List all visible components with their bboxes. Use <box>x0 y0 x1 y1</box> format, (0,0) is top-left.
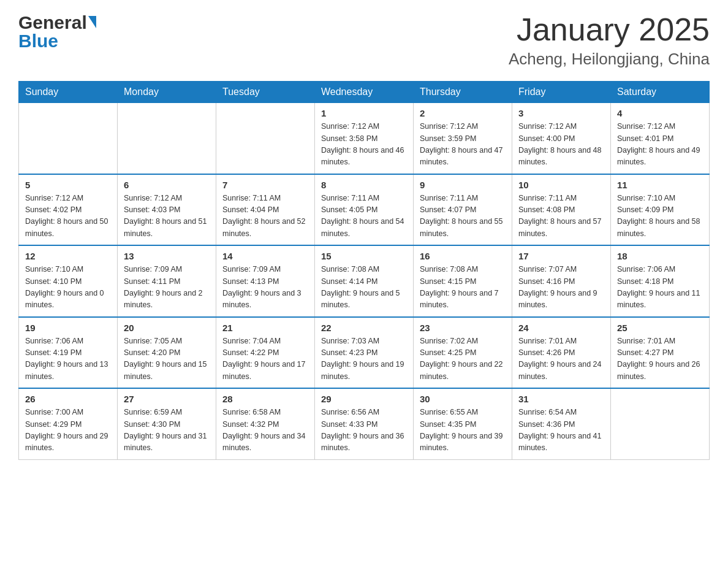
calendar-day-cell: 8Sunrise: 7:11 AM Sunset: 4:05 PM Daylig… <box>315 174 414 246</box>
calendar-week-row: 12Sunrise: 7:10 AM Sunset: 4:10 PM Dayli… <box>19 245 710 317</box>
day-number: 16 <box>420 251 506 261</box>
logo: General Blue <box>18 12 96 52</box>
day-number: 26 <box>25 394 111 404</box>
day-number: 28 <box>222 394 308 404</box>
day-number: 22 <box>321 323 407 333</box>
calendar-header-row: SundayMondayTuesdayWednesdayThursdayFrid… <box>19 82 710 103</box>
calendar-day-cell: 11Sunrise: 7:10 AM Sunset: 4:09 PM Dayli… <box>611 174 710 246</box>
day-info: Sunrise: 7:12 AM Sunset: 3:58 PM Dayligh… <box>321 121 407 169</box>
calendar-day-cell: 10Sunrise: 7:11 AM Sunset: 4:08 PM Dayli… <box>512 174 611 246</box>
calendar-day-cell: 15Sunrise: 7:08 AM Sunset: 4:14 PM Dayli… <box>315 245 414 317</box>
calendar-day-cell: 17Sunrise: 7:07 AM Sunset: 4:16 PM Dayli… <box>512 245 611 317</box>
day-info: Sunrise: 7:10 AM Sunset: 4:09 PM Dayligh… <box>617 193 703 240</box>
day-info: Sunrise: 6:54 AM Sunset: 4:36 PM Dayligh… <box>518 407 604 454</box>
day-info: Sunrise: 7:11 AM Sunset: 4:04 PM Dayligh… <box>222 193 308 240</box>
title-block: January 2025 Acheng, Heilongjiang, China <box>509 12 710 69</box>
day-number: 18 <box>617 251 703 261</box>
calendar-day-cell: 20Sunrise: 7:05 AM Sunset: 4:20 PM Dayli… <box>118 317 216 389</box>
calendar-weekday-header: Monday <box>118 82 216 103</box>
day-number: 9 <box>420 180 506 190</box>
calendar-week-row: 19Sunrise: 7:06 AM Sunset: 4:19 PM Dayli… <box>19 317 710 389</box>
day-number: 20 <box>124 323 210 333</box>
day-info: Sunrise: 7:11 AM Sunset: 4:08 PM Dayligh… <box>518 193 604 240</box>
calendar-day-cell: 9Sunrise: 7:11 AM Sunset: 4:07 PM Daylig… <box>414 174 512 246</box>
logo-general-text: General <box>18 12 87 33</box>
day-info: Sunrise: 6:59 AM Sunset: 4:30 PM Dayligh… <box>124 407 210 454</box>
calendar-day-cell <box>118 103 216 174</box>
calendar-weekday-header: Saturday <box>611 82 710 103</box>
calendar-weekday-header: Tuesday <box>216 82 315 103</box>
day-number: 6 <box>124 180 210 190</box>
day-info: Sunrise: 7:00 AM Sunset: 4:29 PM Dayligh… <box>25 407 111 454</box>
calendar-day-cell: 27Sunrise: 6:59 AM Sunset: 4:30 PM Dayli… <box>118 388 216 459</box>
day-info: Sunrise: 7:11 AM Sunset: 4:05 PM Dayligh… <box>321 193 407 240</box>
calendar-day-cell: 5Sunrise: 7:12 AM Sunset: 4:02 PM Daylig… <box>19 174 118 246</box>
calendar-day-cell: 19Sunrise: 7:06 AM Sunset: 4:19 PM Dayli… <box>19 317 118 389</box>
calendar-day-cell: 22Sunrise: 7:03 AM Sunset: 4:23 PM Dayli… <box>315 317 414 389</box>
day-number: 15 <box>321 251 407 261</box>
day-number: 7 <box>222 180 308 190</box>
day-info: Sunrise: 7:10 AM Sunset: 4:10 PM Dayligh… <box>25 264 111 312</box>
calendar-day-cell: 26Sunrise: 7:00 AM Sunset: 4:29 PM Dayli… <box>19 388 118 459</box>
day-number: 4 <box>617 108 703 118</box>
day-number: 3 <box>518 108 604 118</box>
day-info: Sunrise: 7:08 AM Sunset: 4:14 PM Dayligh… <box>321 264 407 312</box>
day-info: Sunrise: 6:56 AM Sunset: 4:33 PM Dayligh… <box>321 407 407 454</box>
calendar-day-cell <box>216 103 315 174</box>
calendar-weekday-header: Sunday <box>19 82 118 103</box>
day-info: Sunrise: 7:11 AM Sunset: 4:07 PM Dayligh… <box>420 193 506 240</box>
day-number: 24 <box>518 323 604 333</box>
day-info: Sunrise: 7:05 AM Sunset: 4:20 PM Dayligh… <box>124 335 210 383</box>
day-info: Sunrise: 7:01 AM Sunset: 4:27 PM Dayligh… <box>617 335 703 383</box>
calendar-day-cell <box>19 103 118 174</box>
calendar-day-cell: 21Sunrise: 7:04 AM Sunset: 4:22 PM Dayli… <box>216 317 315 389</box>
day-info: Sunrise: 7:12 AM Sunset: 4:00 PM Dayligh… <box>518 121 604 169</box>
day-number: 11 <box>617 180 703 190</box>
calendar-weekday-header: Wednesday <box>315 82 414 103</box>
calendar-day-cell: 12Sunrise: 7:10 AM Sunset: 4:10 PM Dayli… <box>19 245 118 317</box>
day-info: Sunrise: 7:12 AM Sunset: 4:01 PM Dayligh… <box>617 121 703 169</box>
day-number: 30 <box>420 394 506 404</box>
day-number: 12 <box>25 251 111 261</box>
day-number: 19 <box>25 323 111 333</box>
day-info: Sunrise: 7:04 AM Sunset: 4:22 PM Dayligh… <box>222 335 308 383</box>
day-number: 23 <box>420 323 506 333</box>
calendar-week-row: 26Sunrise: 7:00 AM Sunset: 4:29 PM Dayli… <box>19 388 710 459</box>
day-info: Sunrise: 7:12 AM Sunset: 4:02 PM Dayligh… <box>25 193 111 240</box>
day-number: 25 <box>617 323 703 333</box>
calendar-day-cell: 18Sunrise: 7:06 AM Sunset: 4:18 PM Dayli… <box>611 245 710 317</box>
day-info: Sunrise: 7:01 AM Sunset: 4:26 PM Dayligh… <box>518 335 604 383</box>
calendar-day-cell: 4Sunrise: 7:12 AM Sunset: 4:01 PM Daylig… <box>611 103 710 174</box>
day-info: Sunrise: 7:03 AM Sunset: 4:23 PM Dayligh… <box>321 335 407 383</box>
calendar-weekday-header: Thursday <box>414 82 512 103</box>
calendar-day-cell: 2Sunrise: 7:12 AM Sunset: 3:59 PM Daylig… <box>414 103 512 174</box>
day-info: Sunrise: 7:12 AM Sunset: 3:59 PM Dayligh… <box>420 121 506 169</box>
day-number: 5 <box>25 180 111 190</box>
calendar-day-cell: 3Sunrise: 7:12 AM Sunset: 4:00 PM Daylig… <box>512 103 611 174</box>
calendar-day-cell: 7Sunrise: 7:11 AM Sunset: 4:04 PM Daylig… <box>216 174 315 246</box>
calendar-week-row: 5Sunrise: 7:12 AM Sunset: 4:02 PM Daylig… <box>19 174 710 246</box>
day-number: 8 <box>321 180 407 190</box>
day-info: Sunrise: 7:06 AM Sunset: 4:19 PM Dayligh… <box>25 335 111 383</box>
calendar-day-cell: 23Sunrise: 7:02 AM Sunset: 4:25 PM Dayli… <box>414 317 512 389</box>
day-number: 21 <box>222 323 308 333</box>
calendar-weekday-header: Friday <box>512 82 611 103</box>
calendar-table: SundayMondayTuesdayWednesdayThursdayFrid… <box>18 81 710 460</box>
day-info: Sunrise: 7:09 AM Sunset: 4:13 PM Dayligh… <box>222 264 308 312</box>
day-number: 27 <box>124 394 210 404</box>
day-info: Sunrise: 7:12 AM Sunset: 4:03 PM Dayligh… <box>124 193 210 240</box>
calendar-day-cell <box>611 388 710 459</box>
day-number: 14 <box>222 251 308 261</box>
day-info: Sunrise: 6:58 AM Sunset: 4:32 PM Dayligh… <box>222 407 308 454</box>
calendar-day-cell: 13Sunrise: 7:09 AM Sunset: 4:11 PM Dayli… <box>118 245 216 317</box>
day-number: 1 <box>321 108 407 118</box>
calendar-day-cell: 24Sunrise: 7:01 AM Sunset: 4:26 PM Dayli… <box>512 317 611 389</box>
day-number: 17 <box>518 251 604 261</box>
day-info: Sunrise: 7:09 AM Sunset: 4:11 PM Dayligh… <box>124 264 210 312</box>
calendar-day-cell: 28Sunrise: 6:58 AM Sunset: 4:32 PM Dayli… <box>216 388 315 459</box>
calendar-subtitle: Acheng, Heilongjiang, China <box>509 50 710 69</box>
logo-triangle-icon <box>88 16 96 28</box>
calendar-day-cell: 1Sunrise: 7:12 AM Sunset: 3:58 PM Daylig… <box>315 103 414 174</box>
day-number: 10 <box>518 180 604 190</box>
calendar-day-cell: 29Sunrise: 6:56 AM Sunset: 4:33 PM Dayli… <box>315 388 414 459</box>
